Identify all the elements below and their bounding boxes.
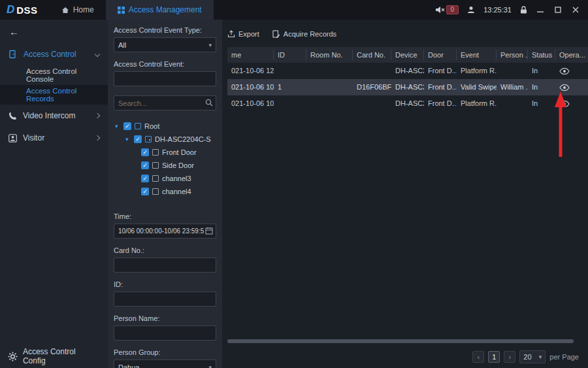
time-range-input[interactable]: [114, 224, 216, 239]
person-name-input[interactable]: [114, 326, 216, 341]
checkbox-checked[interactable]: ✓: [134, 135, 142, 143]
records-table: me ID Room No. Card No. Device Door Even…: [227, 47, 588, 112]
sidebar-section-visitor[interactable]: Visitor: [0, 127, 108, 149]
card-no-input[interactable]: [114, 258, 216, 273]
checkbox-checked[interactable]: ✓: [141, 188, 149, 195]
page-size-select[interactable]: 20 ▾: [519, 350, 546, 363]
col-person: Person ...: [497, 50, 528, 60]
table-row[interactable]: 021-10-06 12... DH-ASC2... Front D... Pl…: [227, 63, 588, 79]
sidebar: ← Access Control Access Control Console …: [0, 20, 108, 368]
device-search-input[interactable]: [114, 95, 216, 110]
records-toolbar: Export Acquire Records: [227, 26, 588, 42]
col-device: Device: [391, 50, 424, 60]
search-icon: [205, 99, 213, 109]
col-event: Event: [457, 50, 497, 60]
view-record-icon[interactable]: [559, 68, 570, 75]
event-type-label: Access Control Event Type:: [114, 26, 216, 34]
titlebar: D DSS Home Access Management 0 13:25:31: [0, 0, 588, 20]
event-type-select[interactable]: All ▾: [114, 37, 216, 52]
user-icon[interactable]: [467, 6, 475, 14]
person-group-value: Dahua: [118, 363, 139, 368]
mute-button[interactable]: 0: [435, 5, 459, 14]
tree-node-device[interactable]: ▾ ✓ DH-ASC2204C-S: [114, 133, 216, 146]
tree-expand-icon[interactable]: ▾: [115, 123, 120, 129]
event-label: Access Control Event:: [114, 60, 216, 68]
event-input[interactable]: [114, 71, 216, 86]
export-button[interactable]: Export: [227, 30, 259, 38]
tree-node-channel[interactable]: ✓ channel4: [114, 185, 216, 198]
time-label: Time:: [114, 212, 216, 220]
calendar-icon[interactable]: [205, 227, 213, 237]
back-arrow-icon: ←: [9, 26, 19, 37]
caret-down-icon: ▾: [208, 42, 212, 48]
horizontal-scrollbar[interactable]: [227, 339, 574, 343]
pagination: ‹ 1 › 20 ▾ per Page: [472, 350, 579, 363]
acquire-records-label: Acquire Records: [284, 30, 336, 38]
footer-label: Access Control Config: [23, 347, 100, 365]
tree-node-channel[interactable]: ✓ channel3: [114, 172, 216, 185]
tree-node-label: channel4: [162, 188, 191, 195]
view-record-icon[interactable]: [559, 101, 570, 107]
lock-icon[interactable]: [520, 6, 527, 14]
col-status: Status: [528, 50, 555, 60]
tab-home[interactable]: Home: [50, 0, 106, 20]
records-panel: Export Acquire Records me ID Room No. Ca…: [222, 20, 588, 368]
maximize-button[interactable]: [553, 5, 563, 14]
access-control-config-button[interactable]: Access Control Config: [0, 344, 108, 368]
sidebar-section-video-intercom[interactable]: Video Intercom: [0, 105, 108, 127]
tree-expand-icon[interactable]: ▾: [125, 136, 131, 142]
per-page-label: per Page: [549, 353, 579, 361]
door-channel-icon: [152, 175, 159, 182]
tree-node-channel[interactable]: ✓ Side Door: [114, 159, 216, 172]
next-page-button[interactable]: ›: [504, 351, 515, 363]
col-room-no: Room No.: [306, 50, 353, 60]
checkbox-checked[interactable]: ✓: [141, 175, 149, 182]
export-icon: [227, 30, 235, 38]
event-type-value: All: [118, 41, 126, 49]
device-tree: ▾ ✓ Root ▾ ✓ DH-ASC2204C-S ✓ Front Door …: [114, 120, 216, 198]
col-door: Door: [424, 50, 457, 60]
back-button[interactable]: ←: [0, 20, 108, 43]
person-name-label: Person Name:: [114, 314, 216, 322]
app-name: DSS: [16, 5, 37, 16]
dss-access-management-window: { "colors": {"accent": "#3a95e4", "arrow…: [0, 0, 588, 368]
titlebar-right: 0 13:25:31: [435, 0, 588, 20]
checkbox-checked[interactable]: ✓: [123, 122, 131, 130]
dahua-logo-icon: D: [7, 3, 14, 16]
id-label: ID:: [114, 280, 216, 288]
prev-page-button[interactable]: ‹: [472, 351, 484, 363]
sidebar-section-access-control[interactable]: Access Control: [0, 43, 108, 65]
tab-access-management-label: Access Management: [129, 5, 202, 14]
speaker-muted-icon: [435, 6, 445, 14]
tree-node-label: channel3: [162, 175, 191, 182]
caret-down-icon: ▾: [539, 354, 542, 360]
table-row-selected[interactable]: 021-10-06 10... 1 D16F06BF DH-ASC2... Fr…: [227, 79, 588, 95]
person-group-label: Person Group:: [114, 348, 216, 356]
view-record-icon[interactable]: [559, 84, 570, 91]
table-header: me ID Room No. Card No. Device Door Even…: [227, 47, 588, 63]
clock: 13:25:31: [483, 6, 512, 14]
table-row[interactable]: 021-10-06 10... DH-ASC2... Front D... Pl…: [227, 95, 588, 112]
caret-down-icon: ▾: [208, 364, 212, 368]
current-page[interactable]: 1: [488, 351, 500, 363]
tree-node-root[interactable]: ▾ ✓ Root: [114, 120, 216, 133]
tree-node-label: Front Door: [162, 148, 197, 156]
sidebar-item-access-control-console[interactable]: Access Control Console: [0, 65, 108, 85]
id-input[interactable]: [114, 292, 216, 307]
filter-panel: Access Control Event Type: All ▾ Access …: [108, 20, 222, 368]
page-size-value: 20: [523, 353, 531, 361]
alarm-count-badge: 0: [446, 5, 459, 14]
minimize-button[interactable]: [536, 5, 545, 14]
checkbox-checked[interactable]: ✓: [141, 148, 149, 156]
visitor-icon: [8, 134, 17, 142]
tab-access-management[interactable]: Access Management: [106, 0, 214, 20]
device-icon: [145, 136, 152, 142]
tree-node-label: Side Door: [162, 161, 194, 169]
close-button[interactable]: [571, 5, 580, 14]
person-group-select[interactable]: Dahua ▾: [114, 360, 216, 368]
sidebar-item-access-control-records[interactable]: Access Control Records: [0, 85, 108, 105]
checkbox-checked[interactable]: ✓: [141, 161, 149, 169]
sidebar-section-label: Access Control: [24, 50, 76, 59]
acquire-records-button[interactable]: Acquire Records: [272, 30, 336, 38]
tree-node-channel[interactable]: ✓ Front Door: [114, 146, 216, 159]
